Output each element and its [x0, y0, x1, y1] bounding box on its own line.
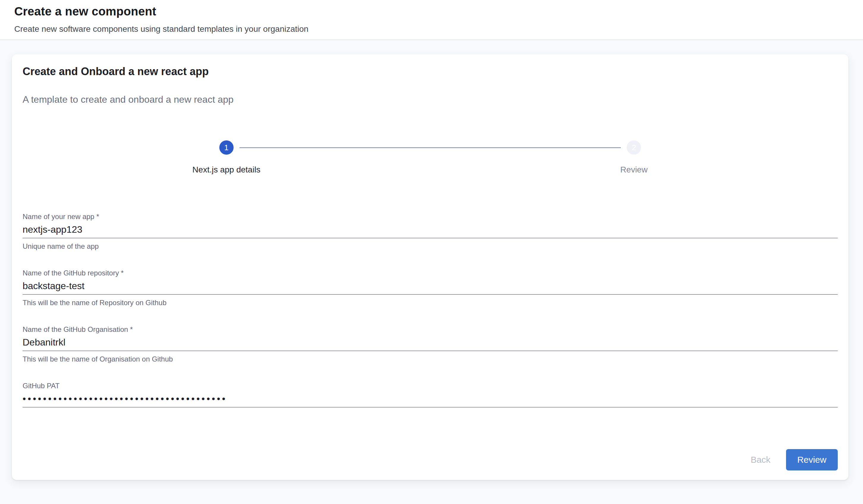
app-name-field: Name of your new app * Unique name of th…	[23, 212, 838, 251]
github-pat-field: GitHub PAT	[23, 382, 838, 408]
main-content: Create and Onboard a new react app A tem…	[0, 40, 863, 480]
repo-name-field: Name of the GitHub repository * This wil…	[23, 269, 838, 307]
page-title: Create a new component	[14, 3, 849, 19]
stepper-step-nextjs-app-details: 1 Next.js app details	[23, 140, 430, 174]
app-name-label: Name of your new app *	[23, 212, 838, 221]
org-name-input[interactable]	[23, 336, 838, 351]
template-card: Create and Onboard a new react app A tem…	[12, 54, 848, 480]
org-name-label: Name of the GitHub Organisation *	[23, 325, 838, 334]
step-1-circle: 1	[219, 140, 234, 155]
repo-name-input[interactable]	[23, 280, 838, 295]
stepper-step-review: 2 Review	[430, 140, 838, 174]
page-header: Create a new component Create new softwa…	[0, 0, 863, 40]
template-form: Name of your new app * Unique name of th…	[23, 212, 838, 408]
org-name-helper: This will be the name of Organisation on…	[23, 355, 838, 364]
stepper: 1 Next.js app details 2 Review	[23, 140, 838, 174]
step-1-label: Next.js app details	[192, 165, 260, 174]
template-card-title: Create and Onboard a new react app	[23, 65, 838, 78]
template-card-description: A template to create and onboard a new r…	[23, 93, 838, 105]
page-subtitle: Create new software components using sta…	[14, 24, 849, 35]
app-name-input[interactable]	[23, 223, 838, 238]
form-actions: Back Review	[23, 449, 838, 470]
app-name-helper: Unique name of the app	[23, 242, 838, 251]
org-name-field: Name of the GitHub Organisation * This w…	[23, 325, 838, 364]
step-2-label: Review	[620, 165, 648, 174]
github-pat-input[interactable]	[23, 393, 838, 408]
step-connector-line	[239, 147, 621, 148]
back-button[interactable]: Back	[742, 451, 779, 468]
review-button[interactable]: Review	[786, 449, 838, 470]
step-2-circle: 2	[627, 140, 641, 155]
repo-name-label: Name of the GitHub repository *	[23, 269, 838, 277]
github-pat-label: GitHub PAT	[23, 382, 838, 390]
repo-name-helper: This will be the name of Repository on G…	[23, 298, 838, 307]
